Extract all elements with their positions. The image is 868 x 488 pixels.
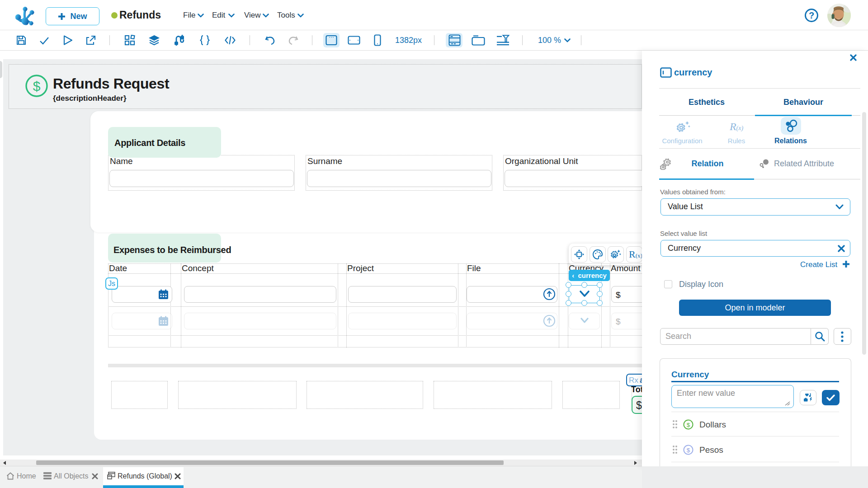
svg-text:$: $: [687, 447, 690, 454]
svg-text:$: $: [33, 79, 41, 94]
svg-text:?: ?: [809, 10, 814, 20]
svg-text:$: $: [687, 422, 690, 428]
